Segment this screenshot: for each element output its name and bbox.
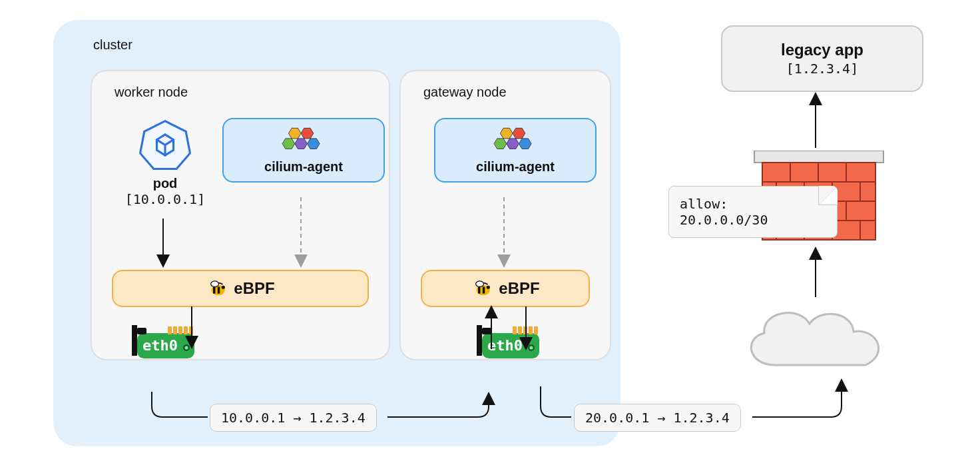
arrow-path-w2g-right [387,394,489,417]
arrows-layer [0,0,980,473]
arrow-path-g2c-left [541,386,571,417]
arrow-path-g2c-right [752,381,842,417]
arrow-path-w2g-left [152,392,208,417]
diagram-stage: cluster worker node pod [10.0.0.1] [0,0,980,473]
